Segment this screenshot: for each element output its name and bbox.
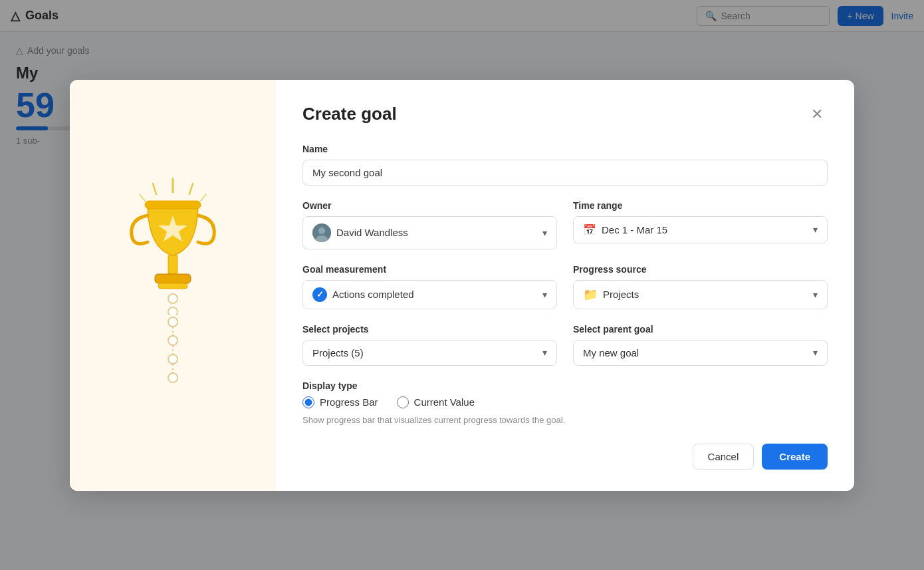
select-projects-label: Select projects: [302, 324, 557, 335]
modal-header: Create goal ✕: [302, 104, 828, 125]
svg-point-15: [168, 373, 177, 382]
modal-footer: Cancel Create: [302, 444, 828, 470]
svg-line-3: [140, 194, 145, 201]
select-projects-group: Select projects Projects (5) ▾: [302, 324, 557, 366]
check-icon: [312, 287, 327, 302]
svg-point-10: [168, 294, 177, 303]
dots-svg: [166, 315, 179, 395]
radio-group: Progress Bar Current Value: [302, 396, 828, 408]
current-value-label: Current Value: [414, 396, 475, 408]
measurement-chevron-icon: ▾: [542, 289, 547, 300]
modal-left-panel: [70, 80, 276, 491]
progress-source-chevron-icon: ▾: [813, 289, 818, 300]
svg-line-1: [153, 184, 156, 194]
owner-group: Owner David Wandless ▾: [302, 200, 557, 249]
current-value-option[interactable]: Current Value: [397, 396, 475, 408]
owner-label: Owner: [302, 200, 557, 211]
goal-measurement-value: Actions completed: [332, 289, 537, 300]
owner-avatar: [312, 223, 331, 242]
projects-parent-row: Select projects Projects (5) ▾ Select pa…: [302, 324, 828, 366]
calendar-icon: 📅: [583, 223, 596, 236]
svg-point-13: [168, 336, 177, 345]
goal-measurement-label: Goal measurement: [302, 264, 557, 275]
avatar-svg: [312, 223, 331, 242]
close-icon: ✕: [811, 107, 823, 122]
progress-source-group: Progress source 📁 Projects ▾: [573, 264, 828, 309]
select-parent-goal-dropdown[interactable]: My new goal ▾: [573, 340, 828, 366]
select-parent-goal-value: My new goal: [583, 347, 808, 358]
cancel-button[interactable]: Cancel: [693, 444, 754, 470]
display-type-section: Display type Progress Bar Current Value …: [302, 380, 828, 425]
time-range-group: Time range 📅 Dec 1 - Mar 15 ▾: [573, 200, 828, 249]
folder-icon: 📁: [583, 287, 598, 302]
svg-rect-8: [155, 274, 191, 283]
measurement-source-row: Goal measurement Actions completed ▾ Pro…: [302, 264, 828, 309]
svg-rect-9: [158, 283, 187, 289]
time-range-value: Dec 1 - Mar 15: [602, 224, 808, 235]
create-goal-modal: Create goal ✕ Name Owner: [70, 80, 854, 491]
time-range-chevron-icon: ▾: [813, 224, 818, 235]
select-projects-value: Projects (5): [312, 347, 537, 358]
modal-overlay: Create goal ✕ Name Owner: [0, 0, 924, 570]
progress-source-label: Progress source: [573, 264, 828, 275]
svg-rect-5: [145, 201, 201, 209]
name-input[interactable]: [302, 160, 828, 186]
svg-point-14: [168, 355, 177, 364]
goal-measurement-select[interactable]: Actions completed ▾: [302, 280, 557, 309]
name-group: Name: [302, 144, 828, 186]
owner-value: David Wandless: [336, 227, 537, 238]
svg-point-12: [168, 317, 177, 327]
svg-point-11: [168, 307, 177, 315]
create-button[interactable]: Create: [762, 444, 828, 470]
trophy-illustration: [90, 176, 256, 395]
display-hint: Show progress bar that visualizes curren…: [302, 415, 828, 425]
owner-chevron-icon: ▾: [542, 227, 547, 238]
owner-select[interactable]: David Wandless ▾: [302, 216, 557, 249]
name-label: Name: [302, 144, 828, 154]
close-button[interactable]: ✕: [806, 104, 828, 125]
progress-source-select[interactable]: 📁 Projects ▾: [573, 280, 828, 309]
time-range-label: Time range: [573, 200, 828, 211]
trophy-svg: [113, 176, 233, 315]
progress-bar-radio[interactable]: [302, 396, 314, 408]
modal-title: Create goal: [302, 104, 397, 124]
time-range-select[interactable]: 📅 Dec 1 - Mar 15 ▾: [573, 216, 828, 243]
parent-goal-chevron-icon: ▾: [813, 347, 818, 358]
select-projects-dropdown[interactable]: Projects (5) ▾: [302, 340, 557, 366]
svg-rect-7: [168, 255, 177, 274]
owner-time-row: Owner David Wandless ▾: [302, 200, 828, 249]
modal-right-panel: Create goal ✕ Name Owner: [276, 80, 854, 491]
progress-bar-label: Progress Bar: [320, 396, 378, 408]
select-parent-goal-label: Select parent goal: [573, 324, 828, 335]
svg-line-2: [189, 184, 193, 194]
svg-point-20: [318, 227, 325, 234]
progress-bar-option[interactable]: Progress Bar: [302, 396, 378, 408]
progress-source-value: Projects: [603, 289, 808, 300]
select-parent-goal-group: Select parent goal My new goal ▾: [573, 324, 828, 366]
display-type-label: Display type: [302, 380, 828, 391]
projects-chevron-icon: ▾: [542, 347, 547, 358]
current-value-radio[interactable]: [397, 396, 409, 408]
svg-line-4: [201, 194, 206, 201]
goal-measurement-group: Goal measurement Actions completed ▾: [302, 264, 557, 309]
